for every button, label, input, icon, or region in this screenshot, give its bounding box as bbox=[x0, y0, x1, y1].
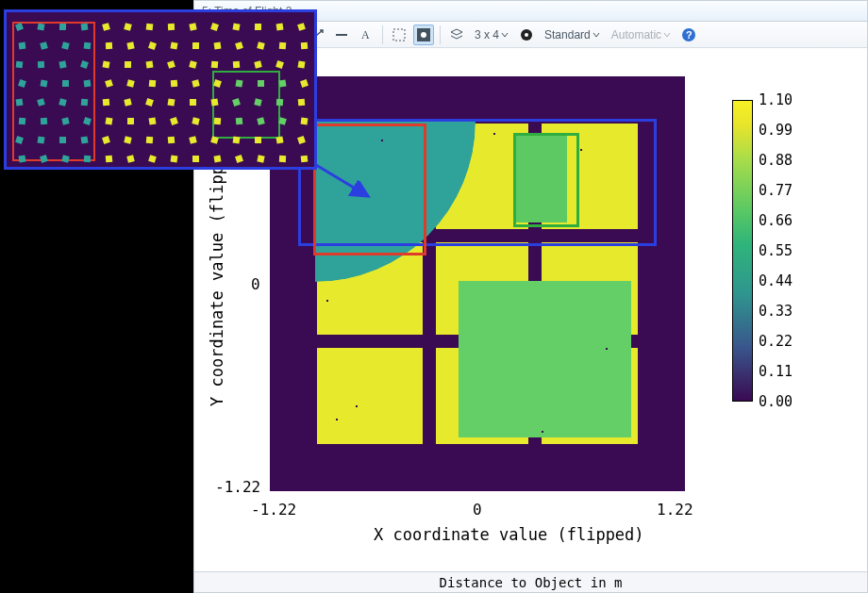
inset-dot bbox=[210, 23, 219, 31]
inset-dot bbox=[235, 79, 242, 87]
inset-dot bbox=[84, 42, 92, 50]
target-button[interactable] bbox=[516, 25, 537, 45]
annotation-green-box bbox=[513, 133, 579, 227]
mode-dropdown[interactable]: Standard bbox=[541, 26, 604, 43]
inset-dot bbox=[254, 60, 261, 68]
inset-dot bbox=[61, 155, 69, 162]
colorbar-tick: 0.33 bbox=[759, 305, 793, 319]
data-cursor-button[interactable] bbox=[413, 25, 434, 45]
inset-dot bbox=[276, 24, 284, 31]
x-tick: 1.22 bbox=[657, 502, 693, 518]
inset-dot bbox=[146, 24, 154, 31]
inset-dot bbox=[105, 117, 112, 124]
colorbar-tick: 0.22 bbox=[759, 335, 793, 349]
inset-dot bbox=[170, 117, 178, 125]
chevron-down-icon bbox=[501, 31, 509, 39]
inset-dot bbox=[255, 24, 261, 30]
inset-dot bbox=[301, 156, 309, 163]
colorbar bbox=[732, 100, 753, 402]
grid-size-label: 3 x 4 bbox=[475, 28, 499, 41]
inset-dot bbox=[171, 156, 178, 163]
colorbar-tick: 0.88 bbox=[759, 154, 793, 168]
inset-dot bbox=[279, 42, 287, 50]
svg-point-12 bbox=[525, 33, 528, 37]
inset-dot bbox=[235, 41, 243, 50]
y-tick: 0 bbox=[251, 277, 260, 292]
inset-dot bbox=[102, 60, 109, 68]
auto-dropdown[interactable]: Automatic bbox=[608, 26, 675, 43]
auto-label: Automatic bbox=[611, 28, 661, 41]
colorbar-tick: 0.66 bbox=[759, 214, 793, 228]
colorbar-tick: 1.10 bbox=[759, 93, 793, 107]
inset-dot bbox=[124, 136, 131, 143]
inset-dot bbox=[278, 79, 286, 87]
inset-dot bbox=[233, 137, 241, 144]
inset-dot bbox=[84, 156, 91, 162]
inset-dot bbox=[210, 136, 219, 144]
inset-dot bbox=[127, 118, 134, 124]
layer-button[interactable] bbox=[446, 25, 467, 45]
inset-dot bbox=[189, 23, 196, 30]
inset-dot bbox=[145, 98, 154, 107]
svg-text:?: ? bbox=[686, 29, 693, 41]
inset-dot bbox=[126, 79, 134, 87]
x-axis-label: X coordinate value (flipped) bbox=[374, 527, 644, 543]
inset-dot bbox=[37, 23, 44, 30]
inset-dot bbox=[214, 42, 222, 50]
inset-dot bbox=[124, 98, 131, 106]
inset-dot bbox=[80, 136, 88, 143]
region-select-button[interactable] bbox=[389, 25, 409, 45]
inset-dot bbox=[168, 24, 175, 30]
text-tool-button[interactable]: A bbox=[356, 25, 376, 45]
inset-dot bbox=[41, 118, 47, 124]
region-lower-right-block bbox=[459, 281, 632, 438]
inset-dot bbox=[190, 99, 196, 106]
inset-dot bbox=[148, 117, 156, 124]
y-axis-label: Y coordinate value (flipped) bbox=[209, 136, 225, 406]
inset-dot bbox=[105, 79, 113, 88]
inset-dot bbox=[297, 60, 305, 68]
inset-dot bbox=[213, 155, 221, 162]
minus-tool-button[interactable] bbox=[331, 25, 352, 45]
inset-dot bbox=[59, 137, 66, 143]
inset-dot bbox=[102, 23, 110, 31]
inset-dot bbox=[40, 79, 47, 87]
inset-dot bbox=[279, 156, 286, 162]
grid-size-dropdown[interactable]: 3 x 4 bbox=[471, 26, 512, 43]
inset-dot bbox=[126, 41, 134, 49]
inset-dot bbox=[84, 80, 92, 88]
inset-dot bbox=[81, 99, 89, 107]
inset-dot bbox=[211, 61, 219, 69]
heatmap-axes bbox=[270, 76, 685, 491]
status-bar: Distance to Object in m bbox=[194, 571, 867, 592]
inset-dot bbox=[257, 155, 264, 162]
inset-dot bbox=[146, 61, 154, 69]
colorbar-tick: 0.00 bbox=[759, 395, 793, 409]
inset-dot bbox=[297, 23, 306, 31]
inset-dot bbox=[297, 136, 306, 144]
svg-point-10 bbox=[421, 32, 426, 38]
svg-rect-6 bbox=[336, 34, 347, 36]
inset-dot bbox=[62, 80, 69, 87]
inset-dot bbox=[149, 80, 157, 88]
inset-dot bbox=[126, 155, 134, 162]
inset-dot bbox=[167, 98, 175, 106]
colorbar-tick: 0.77 bbox=[759, 184, 793, 198]
inset-dot bbox=[255, 137, 261, 143]
help-button[interactable]: ? bbox=[678, 25, 699, 45]
colorbar-tick: 0.44 bbox=[759, 274, 793, 288]
inset-dot bbox=[148, 41, 157, 50]
x-tick: -1.22 bbox=[251, 502, 296, 518]
inset-dot bbox=[189, 60, 196, 68]
inset-dot bbox=[189, 136, 196, 143]
status-text: Distance to Object in m bbox=[440, 576, 623, 589]
inset-dot bbox=[37, 136, 44, 143]
inset-dot bbox=[18, 155, 25, 162]
inset-dot bbox=[232, 23, 240, 30]
inset-dot bbox=[298, 99, 306, 107]
inset-dot bbox=[168, 137, 175, 144]
inset-dot bbox=[214, 118, 221, 124]
inset-dot bbox=[192, 156, 199, 162]
toolbar-separator bbox=[382, 25, 383, 44]
inset-dot bbox=[106, 42, 112, 49]
